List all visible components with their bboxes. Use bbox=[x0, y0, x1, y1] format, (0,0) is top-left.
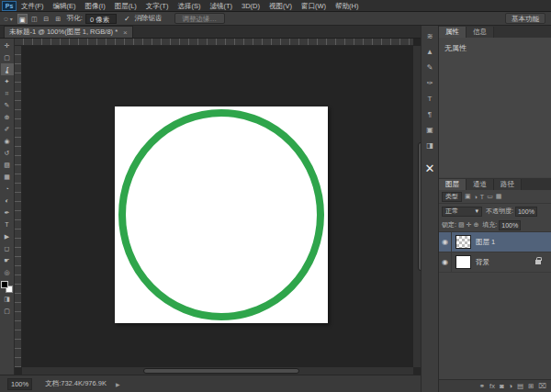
dock-panel-icon-8[interactable]: ◨ bbox=[422, 139, 437, 152]
menu-type[interactable]: 文字(T) bbox=[141, 0, 174, 12]
tab-properties[interactable]: 属性 bbox=[439, 27, 467, 38]
layer-mask-icon[interactable]: ◙ bbox=[500, 382, 504, 390]
tab-layers[interactable]: 图层 bbox=[439, 179, 467, 190]
healing-brush-tool[interactable]: ⊕ bbox=[1, 111, 14, 123]
layer-filter-kind-dropdown[interactable]: 类型 bbox=[442, 192, 462, 202]
link-layers-icon[interactable]: ⚭ bbox=[479, 382, 485, 390]
tool-preset-picker[interactable]: ◌ ▾ bbox=[0, 15, 17, 23]
dock-panel-icon-7[interactable]: ▣ bbox=[422, 123, 437, 137]
layer-row-layer1[interactable]: ◉ 图层 1 bbox=[439, 232, 551, 252]
filter-smart-object-icon[interactable]: ▦ bbox=[496, 193, 502, 200]
blur-tool[interactable]: ◔ bbox=[1, 183, 14, 195]
menu-view[interactable]: 视图(V) bbox=[264, 0, 297, 12]
shape-tool[interactable]: ◻ bbox=[1, 242, 14, 254]
crop-tool[interactable]: ⌗ bbox=[1, 87, 14, 99]
tab-info[interactable]: 信息 bbox=[467, 27, 494, 38]
menu-filter[interactable]: 滤镜(T) bbox=[205, 0, 237, 12]
close-panel-x-icon[interactable]: ✕ bbox=[422, 162, 437, 175]
adjustment-layer-icon[interactable]: ◑ bbox=[508, 382, 512, 390]
opacity-label: 不透明度: bbox=[486, 207, 513, 216]
blend-mode-dropdown[interactable]: 正常 ▾ bbox=[442, 207, 482, 217]
new-layer-icon[interactable]: ⊞ bbox=[528, 382, 534, 390]
lock-row: 锁定: ▨ ✛ ⊕ 填充: 100% bbox=[439, 218, 551, 232]
selection-mode-add-button[interactable]: ◫ bbox=[29, 14, 39, 24]
layer-thumbnail[interactable] bbox=[455, 235, 471, 249]
filter-adjustment-icon[interactable]: ◑ bbox=[474, 194, 478, 200]
dock-panel-icon-3[interactable]: ✎ bbox=[422, 61, 437, 74]
layer-thumbnail[interactable] bbox=[455, 255, 471, 269]
color-swatches[interactable] bbox=[1, 281, 13, 293]
gradient-tool[interactable]: ▦ bbox=[1, 171, 14, 183]
antialias-label[interactable]: 消除锯齿 bbox=[135, 14, 163, 23]
screen-mode-button[interactable]: ▢ bbox=[1, 305, 14, 317]
selection-mode-new-button[interactable]: ▣ bbox=[17, 14, 28, 24]
layer-effects-icon[interactable]: fx bbox=[489, 382, 495, 390]
layer-name[interactable]: 背景 bbox=[476, 258, 535, 267]
canvas-artwork bbox=[115, 106, 328, 323]
dodge-tool[interactable]: ◐ bbox=[1, 195, 14, 207]
layers-panel-tabs: 图层 通道 路径 bbox=[439, 178, 551, 190]
pen-tool[interactable]: ✒ bbox=[1, 207, 14, 218]
refine-edge-button[interactable]: 调整边缘… bbox=[174, 13, 226, 24]
lock-transparency-icon[interactable]: ▨ bbox=[458, 221, 465, 229]
close-icon[interactable]: × bbox=[123, 28, 128, 37]
tab-channels[interactable]: 通道 bbox=[467, 179, 494, 190]
menu-3d[interactable]: 3D(D) bbox=[237, 0, 264, 12]
history-brush-tool[interactable]: ↺ bbox=[1, 147, 14, 159]
fill-field[interactable]: 100% bbox=[499, 220, 521, 230]
type-tool[interactable]: T bbox=[1, 218, 14, 230]
dock-panel-icon-4[interactable]: ✑ bbox=[422, 76, 437, 90]
workspace-switcher[interactable]: 基本功能 bbox=[505, 13, 545, 24]
feather-input[interactable]: 0 像素 bbox=[85, 14, 117, 24]
menu-window[interactable]: 窗口(W) bbox=[297, 0, 331, 12]
filter-shape-icon[interactable]: ▭ bbox=[487, 193, 493, 200]
dock-panel-icon-2[interactable]: ▲ bbox=[422, 45, 437, 59]
dock-panel-icon-1[interactable]: ≋ bbox=[422, 29, 437, 43]
filter-type-icon[interactable]: T bbox=[480, 194, 484, 200]
menu-edit[interactable]: 编辑(E) bbox=[49, 0, 81, 12]
zoom-level-field[interactable]: 100% bbox=[7, 378, 32, 390]
visibility-eye-icon[interactable]: ◉ bbox=[439, 252, 452, 272]
filter-pixel-icon[interactable]: ▣ bbox=[465, 193, 471, 200]
horizontal-scrollbar[interactable] bbox=[22, 367, 413, 375]
document-tab[interactable]: 未标题-1 @ 100%(图层 1, RGB/8) * × bbox=[4, 26, 133, 38]
horizontal-scroll-thumb[interactable] bbox=[143, 368, 299, 374]
selection-mode-subtract-button[interactable]: ⊟ bbox=[41, 14, 51, 24]
dock-panel-icon-6[interactable]: ¶ bbox=[422, 107, 437, 121]
visibility-eye-icon[interactable]: ◉ bbox=[439, 232, 452, 252]
vertical-scrollbar[interactable] bbox=[413, 46, 421, 367]
menu-select[interactable]: 选择(S) bbox=[173, 0, 205, 12]
eraser-tool[interactable]: ▨ bbox=[1, 159, 14, 171]
quick-mask-button[interactable]: ◨ bbox=[1, 293, 14, 305]
eyedropper-tool[interactable]: ✎ bbox=[1, 99, 14, 111]
status-options-arrow-icon[interactable]: ▶ bbox=[116, 381, 120, 387]
selection-mode-intersect-button[interactable]: ⊞ bbox=[53, 14, 63, 24]
layer-name[interactable]: 图层 1 bbox=[476, 238, 551, 247]
clone-stamp-tool[interactable]: ◉ bbox=[1, 135, 14, 147]
path-select-tool[interactable]: ▶ bbox=[1, 230, 14, 242]
hand-tool[interactable]: ☛ bbox=[1, 254, 14, 266]
brush-tool[interactable]: ✐ bbox=[1, 123, 14, 135]
right-panel-column: 属性 信息 无属性 图层 通道 路径 类型 ▣ ◑ T ▭ ▦ bbox=[439, 26, 551, 392]
move-tool[interactable]: ✛ bbox=[1, 39, 14, 51]
menu-help[interactable]: 帮助(H) bbox=[331, 0, 363, 12]
menu-file[interactable]: 文件(F) bbox=[17, 0, 49, 12]
marquee-tool[interactable]: ▢ bbox=[1, 51, 14, 63]
tab-paths[interactable]: 路径 bbox=[494, 179, 522, 190]
opacity-field[interactable]: 100% bbox=[515, 207, 537, 217]
menu-image[interactable]: 图像(I) bbox=[81, 0, 110, 12]
zoom-tool[interactable]: ◎ bbox=[1, 266, 14, 278]
new-group-icon[interactable]: ▤ bbox=[517, 382, 523, 390]
lock-pixels-icon[interactable]: ✛ bbox=[467, 221, 472, 229]
menu-layer[interactable]: 图层(L) bbox=[110, 0, 141, 12]
layer-row-background[interactable]: ◉ 背景 bbox=[439, 252, 551, 273]
magic-wand-tool[interactable]: ✦ bbox=[1, 75, 14, 87]
photoshop-window: Ps 文件(F) 编辑(E) 图像(I) 图层(L) 文字(T) 选择(S) 滤… bbox=[0, 0, 551, 392]
document-canvas[interactable] bbox=[115, 106, 328, 323]
delete-layer-icon[interactable]: ⌧ bbox=[538, 382, 546, 390]
dock-panel-icon-5[interactable]: T bbox=[422, 92, 437, 106]
lasso-tool[interactable]: ʆ bbox=[1, 63, 14, 75]
antialias-checkbox[interactable]: ✓ bbox=[124, 15, 130, 23]
foreground-color-swatch[interactable] bbox=[1, 281, 8, 288]
lock-position-icon[interactable]: ⊕ bbox=[473, 221, 478, 229]
